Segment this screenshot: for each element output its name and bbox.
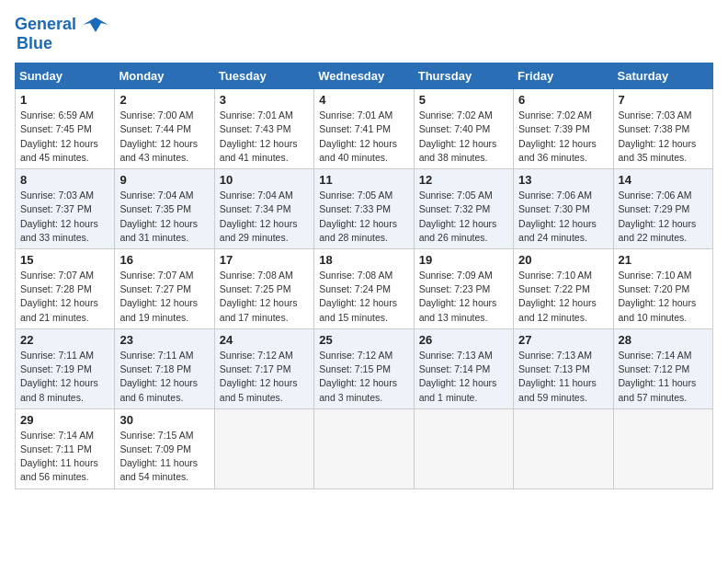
calendar-cell — [314, 408, 414, 488]
day-number: 27 — [518, 333, 608, 347]
calendar-cell: 12Sunrise: 7:05 AMSunset: 7:32 PMDayligh… — [414, 169, 513, 249]
day-info: Sunrise: 7:12 AMSunset: 7:15 PMDaylight:… — [319, 349, 408, 405]
day-info: Sunrise: 7:05 AMSunset: 7:33 PMDaylight:… — [319, 189, 408, 245]
day-number: 24 — [220, 333, 309, 347]
day-number: 28 — [619, 333, 708, 347]
day-info: Sunrise: 7:03 AMSunset: 7:37 PMDaylight:… — [20, 189, 109, 245]
calendar-cell: 4Sunrise: 7:01 AMSunset: 7:41 PMDaylight… — [314, 89, 414, 169]
calendar-cell: 13Sunrise: 7:06 AMSunset: 7:30 PMDayligh… — [514, 169, 613, 249]
calendar-cell: 14Sunrise: 7:06 AMSunset: 7:29 PMDayligh… — [613, 169, 712, 249]
day-info: Sunrise: 7:02 AMSunset: 7:40 PMDaylight:… — [419, 109, 508, 165]
calendar-cell — [414, 408, 513, 488]
svg-marker-0 — [83, 17, 108, 32]
day-number: 17 — [220, 253, 309, 267]
day-number: 9 — [119, 173, 209, 187]
calendar-cell: 5Sunrise: 7:02 AMSunset: 7:40 PMDaylight… — [414, 89, 513, 169]
day-info: Sunrise: 7:07 AMSunset: 7:28 PMDaylight:… — [20, 269, 109, 325]
day-number: 4 — [319, 93, 408, 107]
calendar-cell: 21Sunrise: 7:10 AMSunset: 7:20 PMDayligh… — [613, 249, 712, 329]
calendar-cell: 16Sunrise: 7:07 AMSunset: 7:27 PMDayligh… — [115, 249, 214, 329]
logo-bird-icon — [83, 16, 108, 34]
day-number: 11 — [319, 173, 408, 187]
day-number: 3 — [220, 93, 309, 107]
calendar-cell: 15Sunrise: 7:07 AMSunset: 7:28 PMDayligh… — [16, 249, 115, 329]
calendar-table: SundayMondayTuesdayWednesdayThursdayFrid… — [15, 63, 713, 488]
calendar-cell — [613, 408, 712, 488]
day-number: 21 — [619, 253, 708, 267]
day-number: 13 — [518, 173, 608, 187]
day-info: Sunrise: 7:05 AMSunset: 7:32 PMDaylight:… — [419, 189, 508, 245]
calendar-week-2: 8Sunrise: 7:03 AMSunset: 7:37 PMDaylight… — [16, 169, 713, 249]
day-number: 6 — [518, 93, 608, 107]
calendar-cell: 8Sunrise: 7:03 AMSunset: 7:37 PMDaylight… — [16, 169, 115, 249]
col-header-monday: Monday — [115, 63, 214, 89]
col-header-thursday: Thursday — [414, 63, 513, 89]
day-info: Sunrise: 7:07 AMSunset: 7:27 PMDaylight:… — [119, 269, 209, 325]
calendar-cell: 2Sunrise: 7:00 AMSunset: 7:44 PMDaylight… — [115, 89, 214, 169]
day-number: 23 — [119, 333, 209, 347]
day-info: Sunrise: 7:04 AMSunset: 7:34 PMDaylight:… — [220, 189, 309, 245]
day-info: Sunrise: 7:09 AMSunset: 7:23 PMDaylight:… — [419, 269, 508, 325]
day-number: 25 — [319, 333, 408, 347]
calendar-week-1: 1Sunrise: 6:59 AMSunset: 7:45 PMDaylight… — [16, 89, 713, 169]
calendar-cell: 17Sunrise: 7:08 AMSunset: 7:25 PMDayligh… — [214, 249, 313, 329]
day-number: 7 — [619, 93, 708, 107]
col-header-sunday: Sunday — [16, 63, 115, 89]
page-header: General Blue — [15, 15, 713, 53]
day-number: 5 — [419, 93, 508, 107]
day-info: Sunrise: 7:08 AMSunset: 7:25 PMDaylight:… — [220, 269, 309, 325]
logo-general: General — [15, 15, 76, 33]
calendar-cell: 19Sunrise: 7:09 AMSunset: 7:23 PMDayligh… — [414, 249, 513, 329]
day-info: Sunrise: 7:08 AMSunset: 7:24 PMDaylight:… — [319, 269, 408, 325]
calendar-header-row: SundayMondayTuesdayWednesdayThursdayFrid… — [16, 63, 713, 89]
calendar-cell: 9Sunrise: 7:04 AMSunset: 7:35 PMDaylight… — [115, 169, 214, 249]
day-number: 26 — [419, 333, 508, 347]
day-info: Sunrise: 7:14 AMSunset: 7:11 PMDaylight:… — [20, 429, 109, 485]
day-info: Sunrise: 7:13 AMSunset: 7:14 PMDaylight:… — [419, 349, 508, 405]
day-info: Sunrise: 7:14 AMSunset: 7:12 PMDaylight:… — [619, 349, 708, 405]
day-info: Sunrise: 7:15 AMSunset: 7:09 PMDaylight:… — [119, 429, 209, 485]
day-number: 16 — [119, 253, 209, 267]
calendar-cell: 29Sunrise: 7:14 AMSunset: 7:11 PMDayligh… — [16, 408, 115, 488]
day-info: Sunrise: 7:10 AMSunset: 7:20 PMDaylight:… — [619, 269, 708, 325]
col-header-wednesday: Wednesday — [314, 63, 414, 89]
calendar-cell: 1Sunrise: 6:59 AMSunset: 7:45 PMDaylight… — [16, 89, 115, 169]
day-info: Sunrise: 7:01 AMSunset: 7:43 PMDaylight:… — [220, 109, 309, 165]
calendar-cell: 28Sunrise: 7:14 AMSunset: 7:12 PMDayligh… — [613, 328, 712, 408]
calendar-cell: 11Sunrise: 7:05 AMSunset: 7:33 PMDayligh… — [314, 169, 414, 249]
day-info: Sunrise: 7:06 AMSunset: 7:30 PMDaylight:… — [518, 189, 608, 245]
logo: General Blue — [15, 15, 108, 53]
calendar-cell: 30Sunrise: 7:15 AMSunset: 7:09 PMDayligh… — [115, 408, 214, 488]
calendar-cell: 20Sunrise: 7:10 AMSunset: 7:22 PMDayligh… — [514, 249, 613, 329]
day-number: 29 — [20, 413, 109, 427]
calendar-cell: 10Sunrise: 7:04 AMSunset: 7:34 PMDayligh… — [214, 169, 313, 249]
calendar-cell — [514, 408, 613, 488]
day-number: 10 — [220, 173, 309, 187]
col-header-saturday: Saturday — [613, 63, 712, 89]
day-info: Sunrise: 7:12 AMSunset: 7:17 PMDaylight:… — [220, 349, 309, 405]
calendar-cell: 3Sunrise: 7:01 AMSunset: 7:43 PMDaylight… — [214, 89, 313, 169]
day-number: 1 — [20, 93, 109, 107]
calendar-cell: 23Sunrise: 7:11 AMSunset: 7:18 PMDayligh… — [115, 328, 214, 408]
calendar-week-3: 15Sunrise: 7:07 AMSunset: 7:28 PMDayligh… — [16, 249, 713, 329]
day-number: 22 — [20, 333, 109, 347]
day-info: Sunrise: 7:10 AMSunset: 7:22 PMDaylight:… — [518, 269, 608, 325]
logo-blue: Blue — [17, 34, 52, 53]
calendar-cell: 22Sunrise: 7:11 AMSunset: 7:19 PMDayligh… — [16, 328, 115, 408]
day-info: Sunrise: 7:04 AMSunset: 7:35 PMDaylight:… — [119, 189, 209, 245]
calendar-week-4: 22Sunrise: 7:11 AMSunset: 7:19 PMDayligh… — [16, 328, 713, 408]
day-info: Sunrise: 7:11 AMSunset: 7:18 PMDaylight:… — [119, 349, 209, 405]
day-info: Sunrise: 6:59 AMSunset: 7:45 PMDaylight:… — [20, 109, 109, 165]
day-number: 12 — [419, 173, 508, 187]
calendar-week-5: 29Sunrise: 7:14 AMSunset: 7:11 PMDayligh… — [16, 408, 713, 488]
col-header-tuesday: Tuesday — [214, 63, 313, 89]
calendar-cell: 7Sunrise: 7:03 AMSunset: 7:38 PMDaylight… — [613, 89, 712, 169]
day-number: 19 — [419, 253, 508, 267]
day-info: Sunrise: 7:01 AMSunset: 7:41 PMDaylight:… — [319, 109, 408, 165]
calendar-cell: 26Sunrise: 7:13 AMSunset: 7:14 PMDayligh… — [414, 328, 513, 408]
day-number: 2 — [119, 93, 209, 107]
day-info: Sunrise: 7:13 AMSunset: 7:13 PMDaylight:… — [518, 349, 608, 405]
calendar-cell: 25Sunrise: 7:12 AMSunset: 7:15 PMDayligh… — [314, 328, 414, 408]
calendar-cell: 6Sunrise: 7:02 AMSunset: 7:39 PMDaylight… — [514, 89, 613, 169]
calendar-cell: 24Sunrise: 7:12 AMSunset: 7:17 PMDayligh… — [214, 328, 313, 408]
